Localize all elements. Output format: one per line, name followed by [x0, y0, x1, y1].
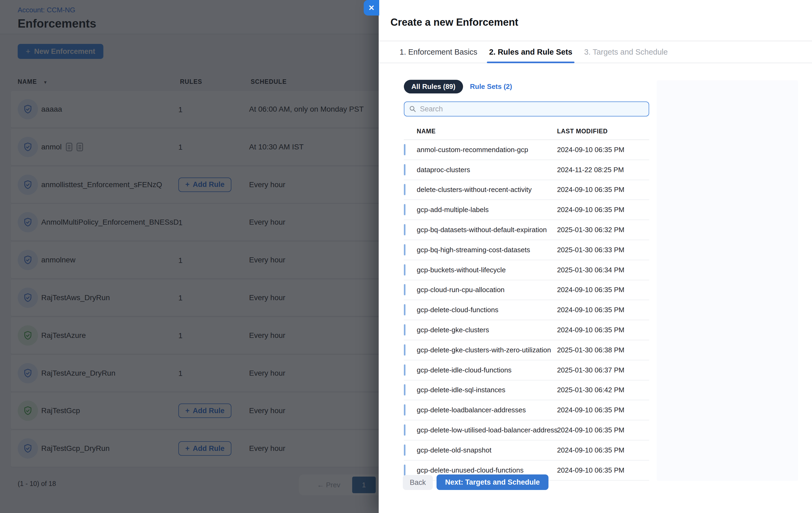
rule-name: gcp-delete-old-snapshot — [417, 446, 557, 454]
rule-row[interactable]: gcp-delete-gke-clusters 2024-09-10 06:35… — [404, 320, 649, 340]
rule-checkbox[interactable] — [404, 204, 405, 215]
rule-checkbox[interactable] — [404, 445, 405, 456]
rule-last-modified: 2025-01-30 06:32 PM — [557, 226, 649, 234]
rule-last-modified: 2025-01-30 06:38 PM — [557, 346, 649, 354]
close-icon: ✕ — [368, 3, 374, 12]
rule-name: delete-clusters-without-recent-activity — [417, 185, 557, 194]
rule-row[interactable]: anmol-custom-recommendation-gcp 2024-09-… — [404, 140, 649, 160]
rule-name: gcp-buckets-without-lifecycle — [417, 266, 557, 274]
rule-row[interactable]: gcp-add-multiple-labels 2024-09-10 06:35… — [404, 200, 649, 220]
rule-checkbox[interactable] — [404, 144, 405, 155]
rule-name: gcp-delete-unused-cloud-functions — [417, 466, 557, 475]
rule-last-modified: 2024-09-10 06:35 PM — [557, 446, 649, 454]
rule-last-modified: 2024-09-10 06:35 PM — [557, 306, 649, 314]
rule-checkbox[interactable] — [404, 384, 405, 395]
rule-checkbox[interactable] — [404, 184, 405, 195]
rule-name: gcp-delete-loadbalancer-addresses — [417, 406, 557, 414]
rule-row[interactable]: dataproc-clusters 2024-11-22 08:25 PM — [404, 160, 649, 180]
rule-name: gcp-cloud-run-cpu-allocation — [417, 286, 557, 294]
rules-search — [404, 101, 649, 117]
rule-checkbox[interactable] — [404, 404, 405, 416]
next-targets-schedule-button[interactable]: Next: Targets and Schedule — [437, 475, 549, 490]
rule-row[interactable]: gcp-cloud-run-cpu-allocation 2024-09-10 … — [404, 280, 649, 300]
rule-last-modified: 2024-09-10 06:35 PM — [557, 185, 649, 194]
rule-last-modified: 2025-01-30 06:42 PM — [557, 386, 649, 394]
tab-enforcement-basics[interactable]: 1. Enforcement Basics — [400, 41, 477, 63]
drawer-title: Create a new Enforcement — [390, 17, 518, 28]
rule-checkbox[interactable] — [404, 224, 405, 235]
all-rules-pill[interactable]: All Rules (89) — [404, 80, 463, 93]
rule-row[interactable]: delete-clusters-without-recent-activity … — [404, 180, 649, 200]
search-input[interactable] — [420, 105, 644, 113]
rule-checkbox[interactable] — [404, 364, 405, 375]
rule-last-modified: 2025-01-30 06:33 PM — [557, 246, 649, 254]
rule-name: gcp-delete-low-utilised-load-balancer-ad… — [417, 426, 557, 434]
rule-last-modified: 2024-11-22 08:25 PM — [557, 166, 649, 174]
rules-table-header: NAME LAST MODIFIED — [404, 123, 649, 140]
rule-last-modified: 2024-09-10 06:35 PM — [557, 406, 649, 414]
rule-checkbox[interactable] — [404, 304, 405, 315]
back-button[interactable]: Back — [403, 475, 433, 490]
rule-name: gcp-delete-gke-clusters — [417, 326, 557, 334]
rule-name: gcp-delete-idle-sql-instances — [417, 386, 557, 394]
rule-checkbox[interactable] — [404, 244, 405, 255]
rule-row[interactable]: gcp-delete-idle-cloud-functions 2025-01-… — [404, 360, 649, 381]
rule-checkbox[interactable] — [404, 164, 405, 175]
rule-name: gcp-bq-datasets-without-default-expirati… — [417, 226, 557, 234]
rule-checkbox[interactable] — [404, 324, 405, 335]
rule-last-modified: 2024-09-10 06:35 PM — [557, 146, 649, 154]
rule-checkbox[interactable] — [404, 264, 405, 275]
rule-preview-panel — [657, 80, 798, 481]
rule-name: gcp-delete-gke-clusters-with-zero-utiliz… — [417, 346, 557, 354]
rule-name: dataproc-clusters — [417, 166, 557, 174]
rule-name: gcp-delete-cloud-functions — [417, 306, 557, 314]
rule-name: anmol-custom-recommendation-gcp — [417, 146, 557, 154]
app-root: Account: CCM-NG Enforcements + New Enfor… — [0, 0, 812, 513]
rule-checkbox[interactable] — [404, 424, 405, 435]
rule-checkbox[interactable] — [404, 464, 405, 476]
rule-last-modified: 2025-01-30 06:34 PM — [557, 266, 649, 274]
rule-last-modified: 2024-09-10 06:35 PM — [557, 426, 649, 434]
column-rule-name: NAME — [417, 128, 557, 135]
drawer-footer: Back Next: Targets and Schedule — [379, 489, 812, 513]
rule-row[interactable]: gcp-bq-datasets-without-default-expirati… — [404, 220, 649, 240]
rule-name: gcp-delete-idle-cloud-functions — [417, 366, 557, 374]
search-icon — [409, 105, 416, 113]
rule-row[interactable]: gcp-delete-loadbalancer-addresses 2024-0… — [404, 400, 649, 420]
rule-last-modified: 2024-09-10 06:35 PM — [557, 466, 649, 475]
tab-rules-and-rule-sets[interactable]: 2. Rules and Rule Sets — [489, 41, 572, 63]
rule-checkbox[interactable] — [404, 344, 405, 356]
rule-row[interactable]: gcp-buckets-without-lifecycle 2025-01-30… — [404, 260, 649, 280]
rules-filter-pills: All Rules (89) Rule Sets (2) — [404, 80, 649, 93]
rule-row[interactable]: gcp-bq-high-streaming-cost-datasets 2025… — [404, 240, 649, 260]
rule-last-modified: 2024-09-10 06:35 PM — [557, 326, 649, 334]
rule-last-modified: 2024-09-10 06:35 PM — [557, 206, 649, 214]
rule-row[interactable]: gcp-delete-low-utilised-load-balancer-ad… — [404, 420, 649, 441]
rule-name: gcp-add-multiple-labels — [417, 206, 557, 214]
rules-table: anmol-custom-recommendation-gcp 2024-09-… — [404, 140, 649, 481]
tab-targets-and-schedule[interactable]: 3. Targets and Schedule — [584, 41, 668, 63]
rule-last-modified: 2025-01-30 06:37 PM — [557, 366, 649, 374]
rule-name: gcp-bq-high-streaming-cost-datasets — [417, 246, 557, 254]
rule-checkbox[interactable] — [404, 284, 405, 295]
column-last-modified: LAST MODIFIED — [557, 128, 649, 135]
rule-row[interactable]: gcp-delete-cloud-functions 2024-09-10 06… — [404, 300, 649, 320]
rule-row[interactable]: gcp-delete-old-snapshot 2024-09-10 06:35… — [404, 441, 649, 460]
rule-row[interactable]: gcp-delete-gke-clusters-with-zero-utiliz… — [404, 340, 649, 360]
create-enforcement-drawer: Create a new Enforcement 1. Enforcement … — [379, 0, 812, 513]
rule-row[interactable]: gcp-delete-idle-sql-instances 2025-01-30… — [404, 381, 649, 400]
wizard-tabs: 1. Enforcement Basics 2. Rules and Rule … — [379, 41, 812, 63]
drawer-body: All Rules (89) Rule Sets (2) NAME LAST M… — [404, 63, 649, 481]
close-drawer-button[interactable]: ✕ — [364, 0, 379, 16]
rule-sets-pill[interactable]: Rule Sets (2) — [470, 83, 512, 91]
rule-last-modified: 2024-09-10 06:35 PM — [557, 286, 649, 294]
